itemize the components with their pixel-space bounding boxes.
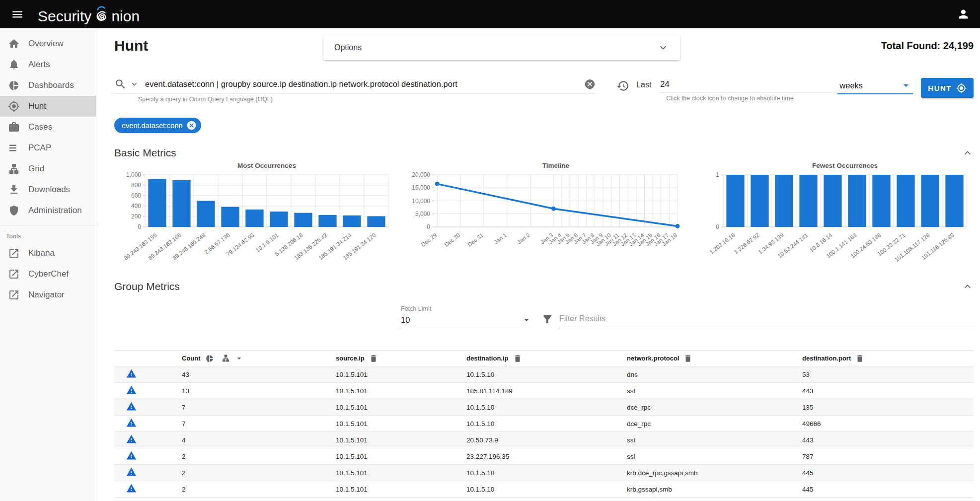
sidebar-item-grid[interactable]: Grid [0,158,96,179]
svg-text:0: 0 [716,223,719,230]
column-header-label: source.ip [336,355,365,362]
table-row[interactable]: 210.1.5.10110.1.5.10krb,gssapi,smb445 [114,481,974,498]
sidebar-item-downloads[interactable]: Downloads [0,179,96,200]
filter-results-input[interactable] [559,313,974,327]
sidebar-item-cyberchef[interactable]: CyberChef [0,264,96,285]
svg-text:Jan 2: Jan 2 [516,232,531,245]
bell-icon [8,59,20,71]
column-header-destination.ip[interactable]: destination.ip [466,354,627,363]
sidebar-item-label: Overview [28,39,64,49]
query-group: Specify a query in Onion Query Language … [114,78,596,103]
onion-spiral-icon [91,4,112,27]
sidebar-item-alerts[interactable]: Alerts [0,54,96,75]
sidebar: Overview Alerts Dashboards Hunt Cases PC… [0,28,96,501]
svg-text:1.226.62.92: 1.226.62.92 [733,232,760,255]
sidebar-item-overview[interactable]: Overview [0,33,96,54]
warning-triangle-icon[interactable] [126,434,137,444]
clear-query-icon[interactable] [584,78,596,90]
relative-time-label: Last [636,80,651,89]
warning-triangle-icon[interactable] [126,467,137,477]
basic-metrics-header: Basic Metrics [114,147,974,159]
svg-text:Most Occurrences: Most Occurrences [237,162,296,169]
user-avatar-icon[interactable] [957,7,970,21]
remove-filter-icon[interactable] [186,120,197,131]
external-icon [8,268,20,280]
table-row[interactable]: 710.1.5.10110.1.5.10dce_rpc135 [114,399,974,416]
query-history-chevron-icon[interactable] [130,79,139,89]
sidebar-item-label: Alerts [28,60,50,70]
table-header-row: Count source.ip destination.ip network.p… [114,350,974,366]
remove-column-icon[interactable] [683,354,692,363]
duration-input[interactable] [660,78,832,92]
table-cell: ssl [627,453,802,460]
remove-column-icon[interactable] [513,354,522,363]
column-header-source.ip[interactable]: source.ip [336,354,466,363]
query-input[interactable] [144,79,584,89]
fetch-limit-select[interactable]: 10 [401,312,532,328]
time-unit-select[interactable]: weeks [837,78,913,94]
pie-chart-icon[interactable] [205,354,214,363]
column-header-Count[interactable]: Count [182,354,336,363]
table-row[interactable]: 1310.1.5.101185.81.114.189ssl443 [114,383,974,399]
chart-most-occurrences: Most Occurrences1,000800600400200089.248… [114,160,391,278]
sidebar-item-administration[interactable]: Administration [0,200,96,221]
filter-chip[interactable]: event.dataset:conn [114,118,201,133]
table-row[interactable]: 4310.1.5.10110.1.5.10dns53 [114,366,974,383]
svg-text:200: 200 [131,213,141,220]
sidebar-item-cases[interactable]: Cases [0,117,96,138]
total-found-value: 24,199 [943,40,974,51]
search-icon [114,78,127,90]
table-row[interactable]: 410.1.5.10120.50.73.9ssl443 [114,432,974,448]
table-cell: 10.1.5.101 [336,371,466,378]
briefcase-icon [8,121,20,133]
chevron-down-icon[interactable] [657,42,669,54]
warning-triangle-icon[interactable] [126,401,137,412]
sidebar-item-navigator[interactable]: Navigator [0,285,96,305]
sidebar-item-kibana[interactable]: Kibana [0,243,96,264]
collapse-basic-metrics-icon[interactable] [962,147,974,159]
table-cell: 443 [802,436,974,444]
crosshair-icon [956,83,967,93]
history-clock-icon[interactable] [616,79,629,92]
svg-text:10.1.5.101: 10.1.5.101 [255,232,280,253]
sidebar-item-dashboards[interactable]: Dashboards [0,75,96,96]
svg-text:1.203.16.18: 1.203.16.18 [708,232,736,255]
column-header-network.protocol[interactable]: network.protocol [627,354,802,363]
warning-triangle-icon[interactable] [126,368,137,379]
table-cell: 2 [182,486,336,493]
sidebar-item-label: Cases [28,122,52,132]
table-row[interactable]: 210.1.5.10123.227.196.35ssl787 [114,448,974,465]
warning-triangle-icon[interactable] [126,418,137,428]
table-cell: 787 [802,453,974,460]
download-icon [8,184,20,196]
table-row[interactable]: 710.1.5.10110.1.5.10dce_rpc49666 [114,416,974,432]
group-by-icon[interactable] [222,354,230,362]
options-panel[interactable]: Options [323,35,680,60]
svg-text:10.8.16.14: 10.8.16.14 [809,232,834,253]
column-header-destination.port[interactable]: destination.port [802,354,974,363]
table-cell: 10.1.5.101 [336,404,466,411]
table-cell: ssl [627,436,802,444]
sidebar-item-hunt[interactable]: Hunt [0,96,96,117]
basic-metrics-title: Basic Metrics [114,147,176,159]
collapse-group-metrics-icon[interactable] [962,281,974,292]
table-cell: dce_rpc [627,420,802,428]
table-cell: 10.1.5.10 [466,371,627,378]
warning-triangle-icon[interactable] [126,450,137,461]
hunt-button[interactable]: HUNT [921,78,974,98]
group-metrics-table: Count source.ip destination.ip network.p… [114,350,974,498]
table-cell: 7 [182,404,336,411]
filter-funnel-icon [541,313,553,325]
app-logo: Security nion [38,4,140,25]
home-icon [8,38,20,50]
table-cell: dns [627,371,802,378]
warning-triangle-icon[interactable] [126,483,137,494]
sidebar-item-pcap[interactable]: PCAP [0,138,96,158]
warning-triangle-icon[interactable] [126,385,137,395]
remove-column-icon[interactable] [855,354,864,363]
remove-column-icon[interactable] [369,354,378,363]
caret-down-icon[interactable] [234,354,244,363]
hamburger-menu-icon[interactable] [0,8,24,21]
table-row[interactable]: 210.1.5.10110.1.5.10krb,dce_rpc,gssapi,s… [114,465,974,481]
time-unit-value: weeks [839,81,863,90]
